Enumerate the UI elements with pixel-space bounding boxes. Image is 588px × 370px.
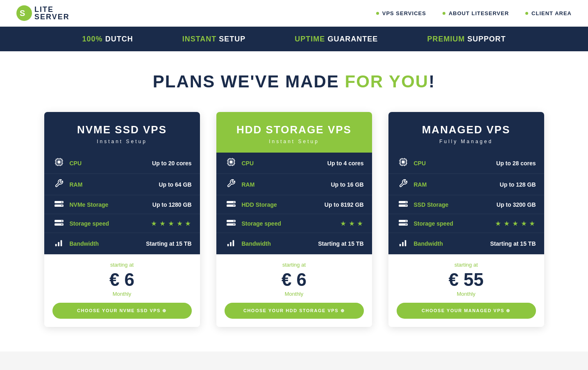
speed-icon-2 — [225, 219, 238, 228]
spec-value-bandwidth-3: Starting at 15 TB — [490, 240, 536, 247]
nav-client-label: CLIENT AREA — [531, 10, 572, 16]
svg-point-56 — [405, 202, 406, 203]
banner-uptime-text: GUARANTEE — [327, 35, 378, 43]
spec-row-cpu-1: CPU Up to 20 cores — [44, 153, 200, 174]
card-nvme-pricing: starting at € 6 Monthly CHOOSE YOUR NVME… — [44, 254, 200, 327]
svg-rect-42 — [230, 242, 232, 246]
spec-row-speed-3: Storage speed ★ ★ ★ ★ ★ — [388, 214, 544, 233]
spec-value-cpu-3: Up to 28 cores — [496, 160, 536, 167]
banner-uptime-highlight: UPTIME — [295, 35, 325, 43]
svg-rect-20 — [55, 244, 57, 247]
bandwidth-icon-2 — [225, 238, 238, 249]
spec-value-ram-3: Up to 128 GB — [500, 181, 536, 188]
storage-icon-3 — [397, 200, 410, 209]
card-hdd-storage-vps: HDD STORAGE VPS Instant Setup CPU Up to … — [216, 112, 372, 327]
card-hdd-title: HDD STORAGE VPS — [225, 123, 364, 136]
spec-value-ram-1: Up to 64 GB — [159, 181, 191, 188]
section-title-end: ! — [429, 72, 435, 91]
svg-point-15 — [61, 205, 62, 206]
spec-row-bandwidth-1: Bandwidth Starting at 15 TB — [44, 233, 200, 254]
spec-row-bandwidth-2: Bandwidth Starting at 15 TB — [216, 233, 372, 254]
spec-value-bandwidth-1: Starting at 15 TB — [146, 240, 191, 247]
spec-label-bandwidth-2: Bandwidth — [242, 240, 318, 247]
logo-icon: S — [16, 5, 32, 21]
logo-lite-text: LITE — [34, 6, 70, 13]
price-3: € 55 — [397, 270, 536, 290]
ram-icon-1 — [52, 179, 66, 190]
spec-label-cpu-2: CPU — [242, 160, 327, 167]
card-managed-pricing: starting at € 55 Monthly CHOOSE YOUR MAN… — [388, 254, 544, 327]
svg-rect-24 — [229, 160, 232, 163]
card-managed-specs: CPU Up to 28 cores RAM Up to 128 GB SSD … — [388, 153, 544, 254]
banner-setup: INSTANT SETUP — [182, 35, 246, 43]
speed-icon-1 — [52, 219, 66, 228]
starting-at-1: starting at — [52, 262, 192, 268]
nav-dot-vps — [376, 12, 379, 15]
card-managed-title: MANAGED VPS — [397, 123, 536, 136]
cta-nvme-ssd-vps[interactable]: CHOOSE YOUR NVME SSD VPS ⊕ — [52, 303, 192, 319]
svg-point-60 — [405, 221, 406, 222]
nav-client-area[interactable]: CLIENT AREA — [525, 10, 572, 16]
price-2: € 6 — [225, 270, 364, 290]
spec-row-speed-2: Storage speed ★ ★ ★ — [216, 214, 372, 233]
spec-value-storage-2: Up to 8192 GB — [325, 201, 364, 208]
spec-row-storage-3: SSD Storage Up to 3200 GB — [388, 195, 544, 214]
banner-support-text: SUPPORT — [467, 35, 506, 43]
banner: 100% DUTCH INSTANT SETUP UPTIME GUARANTE… — [0, 27, 588, 51]
nav-vps-label: VPS SERVICES — [382, 10, 426, 16]
spec-row-storage-1: NVMe Storage Up to 1280 GB — [44, 195, 200, 214]
card-nvme-title: NVME SSD VPS — [52, 123, 192, 136]
banner-dutch-highlight: 100% — [82, 35, 103, 43]
spec-row-cpu-3: CPU Up to 28 cores — [388, 153, 544, 174]
spec-label-speed-2: Storage speed — [242, 220, 341, 227]
nav-dot-client — [525, 12, 528, 15]
spec-value-speed-1: ★ ★ ★ ★ ★ — [151, 220, 192, 227]
card-nvme-ssd-vps: NVME SSD VPS Instant Setup CPU Up to 20 … — [44, 112, 200, 327]
svg-text:S: S — [20, 9, 25, 18]
nav-dot-about — [443, 12, 445, 15]
cpu-icon — [52, 158, 66, 169]
ram-icon-2 — [225, 179, 238, 190]
svg-rect-21 — [58, 242, 59, 246]
svg-point-61 — [405, 224, 406, 225]
card-managed-vps: MANAGED VPS Fully Managed CPU Up to 28 c… — [388, 112, 544, 327]
svg-point-14 — [61, 202, 62, 203]
spec-label-ram-1: RAM — [70, 181, 159, 188]
speed-icon-3 — [397, 219, 410, 228]
svg-point-35 — [233, 202, 234, 203]
spec-value-ram-2: Up to 16 GB — [331, 181, 363, 188]
price-1: € 6 — [52, 270, 192, 290]
svg-rect-43 — [232, 240, 234, 247]
cards-container: NVME SSD VPS Instant Setup CPU Up to 20 … — [16, 112, 572, 327]
logo[interactable]: S LITE SERVER — [16, 5, 70, 21]
nav-links: VPS SERVICES ABOUT LITESERVER CLIENT ARE… — [376, 10, 572, 16]
spec-row-speed-1: Storage speed ★ ★ ★ ★ ★ — [44, 214, 200, 233]
starting-at-2: starting at — [225, 262, 364, 268]
logo-text: LITE SERVER — [34, 6, 70, 21]
spec-label-bandwidth-1: Bandwidth — [70, 240, 146, 247]
card-nvme-header: NVME SSD VPS Instant Setup — [44, 112, 200, 153]
cta-hdd-storage-vps[interactable]: CHOOSE YOUR HDD STORAGE VPS ⊕ — [225, 303, 364, 319]
spec-label-speed-3: Storage speed — [414, 220, 495, 227]
svg-point-19 — [61, 224, 62, 225]
section-title-highlight: FOR YOU — [345, 72, 429, 91]
card-nvme-subtitle: Instant Setup — [52, 139, 192, 144]
spec-label-storage-1: NVMe Storage — [70, 201, 152, 208]
spec-value-cpu-1: Up to 20 cores — [152, 160, 191, 167]
svg-rect-64 — [404, 240, 406, 247]
nav-vps-services[interactable]: VPS SERVICES — [376, 10, 426, 16]
spec-value-speed-2: ★ ★ ★ — [341, 220, 364, 227]
monthly-2: Monthly — [225, 291, 364, 297]
spec-label-ram-3: RAM — [414, 181, 500, 188]
banner-dutch: 100% DUTCH — [82, 35, 133, 43]
card-managed-subtitle: Fully Managed — [397, 139, 536, 144]
nav-about-liteserver[interactable]: ABOUT LITESERVER — [443, 10, 509, 16]
spec-row-bandwidth-3: Bandwidth Starting at 15 TB — [388, 233, 544, 254]
spec-value-cpu-2: Up to 4 cores — [327, 160, 364, 167]
monthly-3: Monthly — [397, 291, 536, 297]
bandwidth-icon-3 — [397, 238, 410, 249]
svg-rect-41 — [227, 244, 229, 247]
cta-managed-vps[interactable]: CHOOSE YOUR MANAGED VPS ⊕ — [397, 303, 536, 319]
spec-label-bandwidth-3: Bandwidth — [414, 240, 490, 247]
spec-row-ram-2: RAM Up to 16 GB — [216, 174, 372, 195]
